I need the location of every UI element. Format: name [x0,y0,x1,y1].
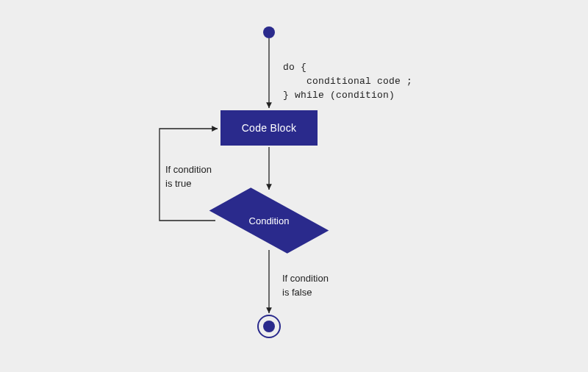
code-snippet-annotation: do { conditional code ; } while (conditi… [283,61,412,103]
condition-label: Condition [214,191,324,250]
flowchart-canvas: do { conditional code ; } while (conditi… [0,0,588,372]
flowchart-arrows [0,0,588,372]
false-branch-label: If condition is false [282,272,329,300]
condition-node: Condition [214,191,324,250]
code-block-label: Code Block [242,122,297,134]
code-block-node: Code Block [220,110,318,146]
start-node [263,26,275,38]
true-branch-label: If condition is true [165,163,212,191]
end-node [257,315,281,338]
